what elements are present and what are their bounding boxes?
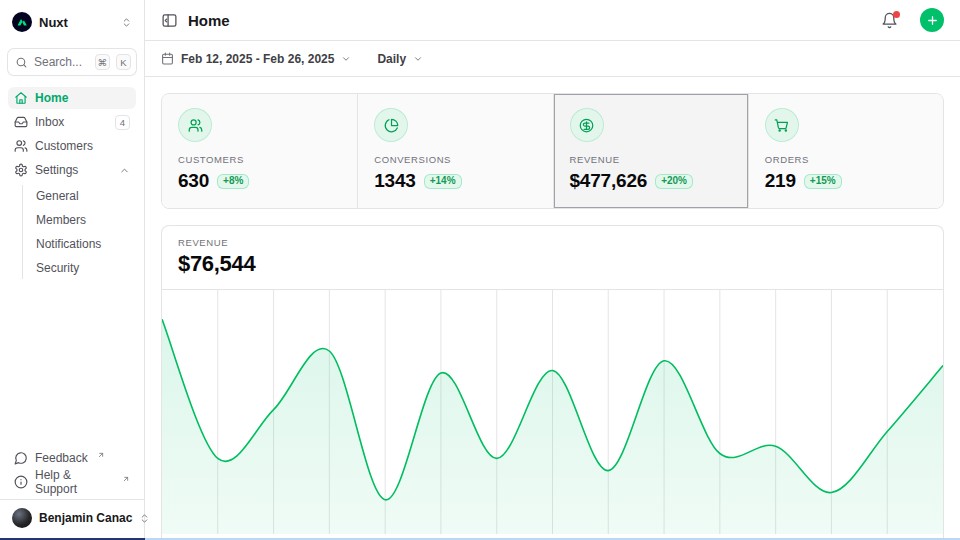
feedback-link[interactable]: Feedback (8, 447, 136, 469)
chart-kpi-value: $76,544 (178, 251, 927, 277)
revenue-chart-card: REVENUE $76,544 14 Feb16 Feb18 Feb20 Feb… (161, 225, 944, 540)
page-title: Home (188, 12, 871, 29)
stat-card-orders[interactable]: ORDERS 219 +15% (748, 94, 943, 208)
stat-label: ORDERS (765, 154, 927, 165)
users-icon (178, 108, 212, 142)
stat-delta-badge: +20% (655, 174, 693, 189)
sidebar-item-security[interactable]: Security (32, 257, 136, 279)
team-name: Nuxt (39, 15, 114, 30)
period-value: Daily (377, 52, 406, 66)
chevron-down-icon (413, 54, 423, 64)
add-button[interactable] (920, 8, 944, 32)
search-placeholder: Search... (34, 55, 89, 69)
sidebar-item-members[interactable]: Members (32, 209, 136, 231)
sidebar-item-customers[interactable]: Customers (8, 135, 136, 157)
chevron-up-icon (119, 165, 130, 176)
chevron-down-icon (341, 54, 351, 64)
stat-delta-badge: +14% (424, 174, 462, 189)
user-name: Benjamin Canac (39, 511, 132, 525)
chart-header: REVENUE $76,544 (162, 226, 943, 290)
team-switcher-button[interactable]: Nuxt (8, 10, 136, 34)
stat-card-conversions[interactable]: CONVERSIONS 1343 +14% (357, 94, 552, 208)
topbar: Home (145, 0, 960, 41)
search-input[interactable]: Search... ⌘ K (8, 49, 136, 75)
filters-toolbar: Feb 12, 2025 - Feb 26, 2025 Daily (145, 41, 960, 77)
collapse-sidebar-button[interactable] (161, 12, 178, 29)
kbd-key: K (116, 54, 131, 70)
message-bubble-icon (14, 451, 28, 465)
info-circle-icon (14, 475, 28, 489)
stat-value: 1343 (374, 170, 415, 192)
gear-icon (14, 163, 28, 177)
date-range-value: Feb 12, 2025 - Feb 26, 2025 (181, 52, 334, 66)
sidebar-item-label: Customers (35, 139, 130, 153)
sidebar-footer-nav: Feedback Help & Support (8, 447, 136, 499)
stat-card-revenue[interactable]: REVENUE $477,626 +20% (553, 94, 748, 208)
calendar-icon (161, 52, 174, 65)
sidebar-item-general[interactable]: General (32, 185, 136, 207)
user-menu-button[interactable]: Benjamin Canac (8, 500, 136, 530)
notifications-bell-button[interactable] (881, 12, 898, 29)
sidebar-item-label: Inbox (35, 115, 108, 129)
date-range-picker-button[interactable]: Feb 12, 2025 - Feb 26, 2025 (161, 52, 351, 66)
kbd-meta: ⌘ (95, 54, 111, 70)
circle-dollar-icon (570, 108, 604, 142)
sidebar-subitem-label: Security (36, 261, 132, 275)
sidebar-item-label: Settings (35, 163, 112, 177)
app-window: Nuxt Search... ⌘ K Home (0, 0, 960, 538)
settings-subnav: General Members Notifications Security (22, 185, 136, 279)
pie-chart-icon (374, 108, 408, 142)
user-avatar (12, 508, 32, 528)
users-icon (14, 139, 28, 153)
sidebar-nav: Home Inbox 4 Customers Settings (8, 87, 136, 279)
inbox-icon (14, 115, 28, 129)
search-icon (15, 56, 28, 69)
stat-label: CONVERSIONS (374, 154, 536, 165)
page-content: CUSTOMERS 630 +8% CONVERSIONS 1343 +14% (145, 77, 960, 538)
external-link-icon (97, 451, 105, 459)
stat-label: REVENUE (570, 154, 732, 165)
sidebar-spacer (8, 279, 136, 447)
stat-value: 219 (765, 170, 796, 192)
sidebar-subitem-label: Notifications (36, 237, 132, 251)
inbox-count-badge: 4 (115, 115, 130, 130)
stats-row: CUSTOMERS 630 +8% CONVERSIONS 1343 +14% (161, 93, 944, 209)
sidebar-item-label: Home (35, 91, 130, 105)
main-area: Home Feb 12, 2025 - Feb 26, 2025 Daily (145, 0, 960, 538)
home-icon (14, 91, 28, 105)
chevrons-up-down-icon (121, 17, 132, 28)
stat-delta-badge: +8% (217, 174, 249, 189)
external-link-icon (122, 475, 130, 483)
sidebar-item-notifications[interactable]: Notifications (32, 233, 136, 255)
sidebar-item-settings[interactable]: Settings (8, 159, 136, 181)
chart-kpi-label: REVENUE (178, 237, 927, 248)
sidebar-subitem-label: Members (36, 213, 132, 227)
sidebar-item-inbox[interactable]: Inbox 4 (8, 111, 136, 133)
period-select-button[interactable]: Daily (377, 52, 423, 66)
stat-delta-badge: +15% (804, 174, 842, 189)
footer-link-label: Feedback (35, 451, 88, 465)
revenue-area-chart[interactable] (162, 290, 943, 534)
sidebar-item-home[interactable]: Home (8, 87, 136, 109)
footer-link-label: Help & Support (35, 468, 113, 496)
shopping-cart-icon (765, 108, 799, 142)
sidebar-subitem-label: General (36, 189, 132, 203)
stat-value: 630 (178, 170, 209, 192)
sidebar: Nuxt Search... ⌘ K Home (0, 0, 145, 538)
stat-card-customers[interactable]: CUSTOMERS 630 +8% (162, 94, 357, 208)
nuxt-logo-icon (12, 12, 32, 32)
stat-label: CUSTOMERS (178, 154, 341, 165)
help-support-link[interactable]: Help & Support (8, 471, 136, 493)
notification-dot (893, 11, 900, 18)
stat-value: $477,626 (570, 170, 648, 192)
